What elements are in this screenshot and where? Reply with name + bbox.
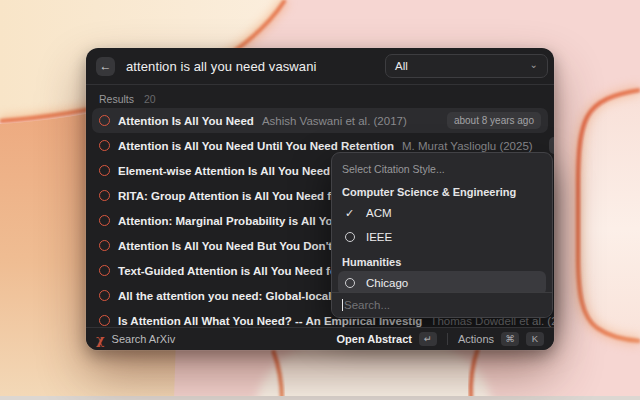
- citation-style-popup: Select Citation Style... Computer Scienc…: [331, 152, 553, 318]
- results-count: 20: [144, 93, 156, 105]
- open-abstract-button[interactable]: Open Abstract: [337, 333, 412, 345]
- citation-option-label: IEEE: [366, 231, 392, 243]
- popup-title: Select Citation Style...: [342, 163, 542, 175]
- back-button[interactable]: ←: [96, 57, 115, 76]
- citation-option-label: Chicago: [366, 277, 408, 289]
- cmd-key-icon: ⌘: [501, 332, 519, 346]
- back-arrow-icon: ←: [100, 59, 112, 73]
- result-age-badge: about 8 years ago: [447, 112, 541, 129]
- citation-option-acm[interactable]: ✓ ACM: [338, 201, 546, 225]
- result-author: Ashish Vaswani et al. (2017): [262, 115, 407, 127]
- k-key-label: K: [526, 332, 544, 346]
- paper-circle-icon: [99, 315, 110, 326]
- actions-button[interactable]: Actions: [458, 333, 494, 345]
- citation-search-input[interactable]: [344, 299, 542, 311]
- results-label: Results: [99, 93, 134, 105]
- citation-option-ieee[interactable]: IEEE: [338, 225, 546, 249]
- paper-circle-icon: [99, 165, 110, 176]
- footer-divider: [447, 333, 448, 345]
- paper-circle-icon: [99, 265, 110, 276]
- paper-circle-icon: [99, 240, 110, 251]
- paper-circle-icon: [99, 290, 110, 301]
- radio-circle-icon: [345, 278, 355, 288]
- results-bar: Results 20: [86, 85, 554, 108]
- popup-section-header: Humanities: [342, 255, 542, 269]
- filter-dropdown[interactable]: All ⌄: [385, 54, 548, 78]
- result-title: Attention is All You Need Until You Need…: [118, 140, 394, 152]
- arxiv-logo-icon: χ: [96, 333, 105, 346]
- popup-section-header: Computer Science & Engineering: [342, 185, 542, 199]
- enter-key-icon: ↵: [419, 332, 437, 346]
- result-age-badge: 7 months ago: [549, 137, 554, 154]
- result-row[interactable]: Attention Is All You Need Ashish Vaswani…: [92, 108, 548, 133]
- result-title: Attention Is All You Need: [118, 115, 254, 127]
- search-header: ← attention is all you need vaswani All …: [86, 48, 554, 84]
- paper-circle-icon: [99, 215, 110, 226]
- result-title: Element-wise Attention Is All You Need: [118, 165, 330, 177]
- citation-search-bar: [332, 292, 552, 317]
- chevron-down-icon: ⌄: [530, 60, 538, 70]
- window-footer: χ Search ArXiv Open Abstract ↵ Actions ⌘…: [86, 327, 554, 350]
- search-window: ← attention is all you need vaswani All …: [86, 48, 554, 350]
- text-cursor: [342, 299, 343, 311]
- radio-circle-icon: [345, 232, 355, 242]
- paper-circle-icon: [99, 190, 110, 201]
- paper-circle-icon: [99, 115, 110, 126]
- search-query-input[interactable]: attention is all you need vaswani: [126, 59, 316, 74]
- filter-value: All: [395, 60, 408, 72]
- citation-option-label: ACM: [366, 207, 392, 219]
- result-author: M. Murat Yaslioglu (2025): [402, 140, 533, 152]
- check-icon: ✓: [345, 208, 354, 219]
- paper-circle-icon: [99, 140, 110, 151]
- footer-source-label: Search ArXiv: [112, 333, 176, 345]
